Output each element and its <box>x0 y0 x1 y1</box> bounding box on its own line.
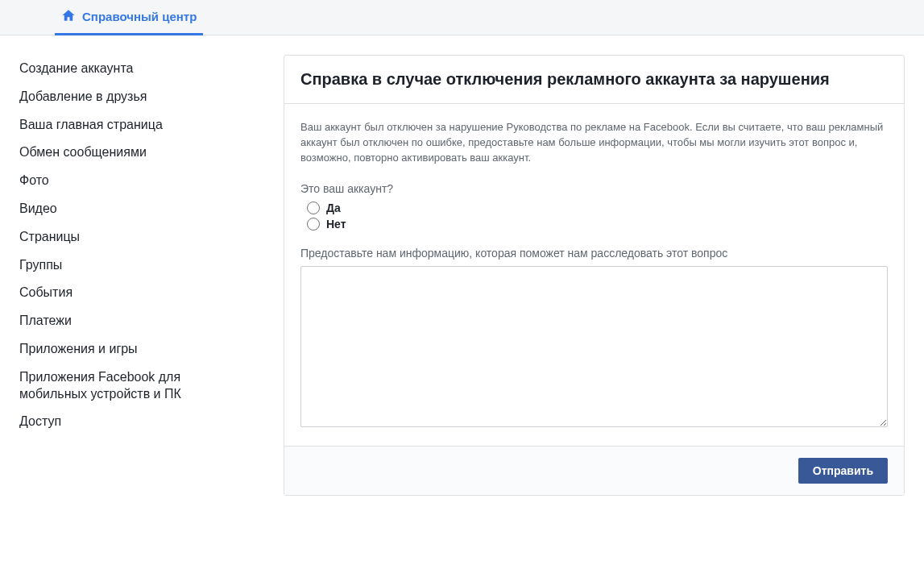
sidebar-item-label: Приложения и игры <box>19 342 138 355</box>
question-label: Это ваш аккаунт? <box>300 182 888 195</box>
sidebar-item-video[interactable]: Видео <box>19 195 245 223</box>
sidebar-item-label: Обмен сообщениями <box>19 145 147 159</box>
top-bar: Справочный центр <box>0 0 924 35</box>
sidebar-item-label: Добавление в друзья <box>19 89 147 103</box>
sidebar-item-homepage[interactable]: Ваша главная страница <box>19 111 245 139</box>
sidebar-item-label: События <box>19 285 73 299</box>
sidebar-item-create-account[interactable]: Создание аккаунта <box>19 55 245 83</box>
sidebar-item-events[interactable]: События <box>19 279 245 307</box>
tab-help-center[interactable]: Справочный центр <box>55 0 203 35</box>
sidebar: Создание аккаунта Добавление в друзья Ва… <box>19 55 245 496</box>
info-field-label: Предоставьте нам информацию, которая пом… <box>300 247 888 260</box>
page-container: Создание аккаунта Добавление в друзья Ва… <box>0 35 924 496</box>
sidebar-item-access[interactable]: Доступ <box>19 408 245 436</box>
sidebar-item-label: Платежи <box>19 314 72 327</box>
main-panel: Справка в случае отключения рекламного а… <box>284 55 905 496</box>
radio-yes-label[interactable]: Да <box>326 202 341 214</box>
sidebar-item-add-friends[interactable]: Добавление в друзья <box>19 83 245 111</box>
sidebar-item-groups[interactable]: Группы <box>19 251 245 280</box>
sidebar-item-fb-apps[interactable]: Приложения Facebook для мобильных устрой… <box>19 364 245 409</box>
home-icon <box>61 8 82 25</box>
sidebar-item-pages[interactable]: Страницы <box>19 223 245 251</box>
sidebar-item-label: Группы <box>19 258 62 272</box>
sidebar-item-label: Фото <box>19 173 49 187</box>
sidebar-item-label: Видео <box>19 202 57 215</box>
sidebar-item-label: Доступ <box>19 414 61 428</box>
radio-no[interactable] <box>307 218 320 231</box>
radio-no-label[interactable]: Нет <box>326 218 346 231</box>
sidebar-item-payments[interactable]: Платежи <box>19 307 245 335</box>
tab-help-center-label: Справочный центр <box>82 10 197 23</box>
sidebar-item-photo[interactable]: Фото <box>19 167 245 195</box>
page-title: Справка в случае отключения рекламного а… <box>300 70 888 89</box>
radio-row-no[interactable]: Нет <box>307 218 888 231</box>
sidebar-item-label: Ваша главная страница <box>19 118 163 131</box>
sidebar-item-label: Страницы <box>19 230 80 243</box>
main-body: Ваш аккаунт был отключен за нарушение Ру… <box>284 104 904 446</box>
radio-row-yes[interactable]: Да <box>307 202 888 214</box>
sidebar-item-apps-games[interactable]: Приложения и игры <box>19 335 245 364</box>
sidebar-item-label: Приложения Facebook для мобильных устрой… <box>19 370 181 401</box>
main-header: Справка в случае отключения рекламного а… <box>284 56 904 104</box>
submit-button[interactable]: Отправить <box>798 458 888 484</box>
description-text: Ваш аккаунт был отключен за нарушение Ру… <box>300 120 888 166</box>
info-textarea[interactable] <box>300 266 888 427</box>
sidebar-item-label: Создание аккаунта <box>19 61 133 75</box>
main-footer: Отправить <box>284 446 904 495</box>
radio-yes[interactable] <box>307 202 320 214</box>
sidebar-item-messaging[interactable]: Обмен сообщениями <box>19 139 245 167</box>
